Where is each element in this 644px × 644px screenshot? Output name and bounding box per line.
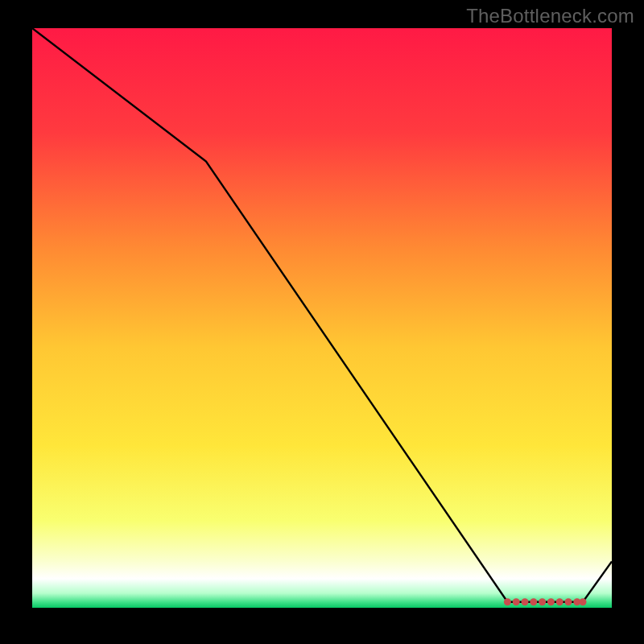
marker-dot	[565, 598, 572, 605]
marker-dot	[580, 598, 587, 605]
plot-area	[32, 28, 612, 608]
chart-frame: TheBottleneck.com	[0, 0, 644, 644]
marker-dot	[547, 598, 555, 605]
marker-dot	[556, 598, 564, 605]
marker-dot	[539, 598, 546, 605]
chart-svg	[32, 28, 612, 608]
marker-dot	[513, 598, 520, 605]
watermark-label: TheBottleneck.com	[466, 5, 634, 27]
gradient-background	[32, 28, 612, 608]
marker-dot	[522, 598, 529, 605]
marker-dot	[530, 598, 537, 605]
marker-dot	[504, 598, 511, 605]
